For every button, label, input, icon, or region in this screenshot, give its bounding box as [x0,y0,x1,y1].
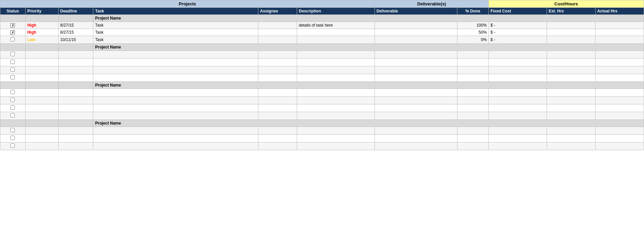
priority-label: Low [27,37,35,42]
fixed-cost-cell [489,74,547,82]
fixed-cost-cell [489,97,547,104]
assignee-cell [258,112,297,120]
table-row [0,142,644,150]
status-cell[interactable] [0,51,26,59]
priority-cell [25,112,58,120]
deadline-cell [58,112,93,120]
task-cell [93,104,258,112]
description-cell [297,51,375,59]
status-cell[interactable] [0,142,26,150]
project-name-priority-cell [25,44,58,51]
status-checkbox[interactable] [10,75,15,79]
status-checkbox[interactable] [10,128,15,132]
projects-group-header: Projects [0,0,375,8]
status-checkbox[interactable] [10,105,15,110]
table-row: Low10/11/15Task0%$ - [0,36,644,44]
status-checkbox[interactable] [10,113,15,117]
table-row [0,97,644,104]
pct-done-cell [457,97,489,104]
status-cell[interactable]: ✗ [0,29,26,36]
priority-cell [25,127,58,135]
table-row [0,74,644,82]
fixed-cost-cell [489,89,547,97]
checked-icon: ✗ [10,30,15,35]
description-cell [297,74,375,82]
actual-hrs-cell [595,59,644,66]
status-checkbox[interactable] [10,143,15,148]
table-row [0,127,644,135]
checked-icon: ✗ [10,23,15,28]
task-cell [93,97,258,104]
status-checkbox[interactable] [10,90,15,94]
deadline-cell [58,66,93,74]
pct-done-cell [457,104,489,112]
status-cell[interactable] [0,104,26,112]
est-hrs-cell [547,66,595,74]
actual-hrs-cell [595,66,644,74]
description-cell [297,97,375,104]
pct-done-cell [457,51,489,59]
pct-done-cell: 100% [457,22,489,29]
actual-hrs-cell [595,142,644,150]
status-cell[interactable] [0,59,26,66]
deadline-cell [58,89,93,97]
status-cell[interactable] [0,74,26,82]
status-checkbox[interactable] [10,52,15,56]
pct-done-cell [457,142,489,150]
est-hrs-cell [547,74,595,82]
pct-done-cell [457,127,489,135]
est-hrs-cell [547,142,595,150]
priority-cell [25,89,58,97]
deliverable-cell [375,59,457,66]
status-cell[interactable] [0,36,26,44]
priority-cell [25,66,58,74]
table-row [0,104,644,112]
description-cell: details of task here [297,22,375,29]
fixed-cost-cell [489,66,547,74]
project-name-status-cell [0,120,26,127]
assignee-cell [258,36,297,44]
task-cell [93,127,258,135]
deliverable-cell [375,74,457,82]
status-checkbox[interactable] [10,60,15,64]
priority-label: High [27,23,36,28]
header-task: Task [93,8,258,15]
deliverable-cell [375,127,457,135]
description-cell [297,112,375,120]
status-checkbox[interactable] [10,136,15,140]
description-cell [297,104,375,112]
description-cell [297,36,375,44]
status-cell[interactable] [0,112,26,120]
assignee-cell [258,135,297,142]
header-desc: Description [297,8,375,15]
priority-cell [25,74,58,82]
status-cell[interactable] [0,135,26,142]
status-cell[interactable]: ✗ [0,22,26,29]
est-hrs-cell [547,59,595,66]
status-cell[interactable] [0,66,26,74]
assignee-cell [258,127,297,135]
project-name-label: Project Name [93,82,644,89]
status-cell[interactable] [0,97,26,104]
status-checkbox[interactable] [10,67,15,72]
status-cell[interactable] [0,89,26,97]
project-name-row-2: Project Name [0,82,644,89]
priority-cell [25,142,58,150]
fixed-cost-cell [489,51,547,59]
deliverable-cell [375,51,457,59]
project-name-priority-cell [25,82,58,89]
status-checkbox[interactable] [10,98,15,102]
deadline-cell [58,127,93,135]
task-cell [93,59,258,66]
pct-done-cell: 0% [457,36,489,44]
est-hrs-cell [547,22,595,29]
status-checkbox[interactable] [10,37,15,41]
task-cell [93,112,258,120]
deadline-cell [58,104,93,112]
header-assignee: Assignee [258,8,297,15]
deliverable-cell [375,142,457,150]
est-hrs-cell [547,97,595,104]
assignee-cell [258,97,297,104]
assignee-cell [258,104,297,112]
status-cell[interactable] [0,127,26,135]
